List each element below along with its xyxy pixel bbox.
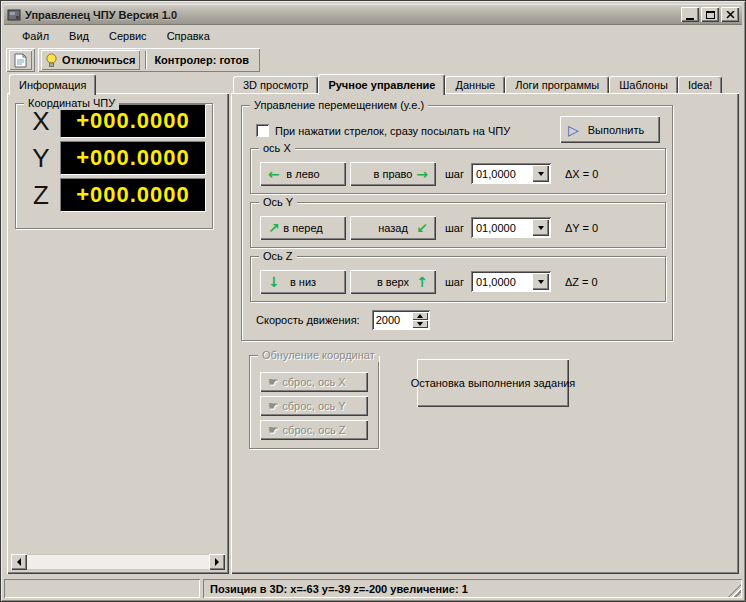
left-tab-strip: Информация: [9, 74, 96, 95]
move-forward-label: в перед: [283, 222, 322, 234]
status-cell-left: [4, 579, 200, 598]
axis-y-label: Y: [22, 143, 60, 174]
step-x-value: 01,0000: [476, 168, 516, 180]
speed-row: Скорость движения: 2000: [256, 310, 430, 330]
reset-axis-z-button: ☛ сброс, ось Z: [260, 420, 368, 440]
right-tab-strip: 3D просмотр Ручное управление Данные Лог…: [233, 74, 722, 95]
step-x-combo[interactable]: 01,0000: [471, 163, 551, 184]
axis-x-label: X: [22, 106, 60, 137]
speed-up-button[interactable]: [412, 312, 428, 320]
zero-group-title: Обнуление координат: [258, 349, 379, 362]
chevron-down-icon: [538, 280, 544, 284]
disconnect-button[interactable]: Отключиться: [41, 50, 140, 70]
step-z-combo[interactable]: 01,0000: [471, 271, 551, 292]
toolbar-section-file: [6, 48, 35, 72]
coordinate-row-y: Y +000.0000: [22, 141, 206, 175]
reset-axis-y-button: ☛ сброс, ось Y: [260, 396, 368, 416]
step-z-dropdown-button[interactable]: [532, 273, 549, 290]
main-area: Информация Координаты ЧПУ X +000.0000 Y …: [4, 74, 742, 574]
speed-value: 2000: [376, 314, 400, 326]
move-left-label: в лево: [286, 168, 319, 180]
menu-item-view[interactable]: Вид: [59, 28, 99, 44]
minimize-button[interactable]: [681, 7, 699, 22]
menu-item-service[interactable]: Сервис: [99, 28, 157, 44]
chevron-down-icon: [417, 322, 423, 326]
controller-status: Контролер: готов: [152, 54, 257, 66]
play-icon: ▷: [568, 123, 579, 137]
manual-control-panel: Управление перемещением (у.е.) При нажат…: [231, 93, 739, 574]
scroll-left-button[interactable]: [11, 554, 27, 570]
menu-bar: Файл Вид Сервис Справка: [4, 26, 742, 46]
delta-y-label: ΔY = 0: [565, 222, 598, 234]
coordinate-display-y: +000.0000: [60, 141, 206, 175]
speed-label: Скорость движения:: [256, 314, 360, 326]
reset-axis-x-label: сброс, ось X: [282, 376, 345, 388]
tab-data[interactable]: Данные: [445, 76, 505, 93]
reset-hand-icon: ☛: [268, 424, 279, 436]
move-back-button[interactable]: назад ↙: [350, 216, 436, 240]
stop-task-button[interactable]: Остановка выполнения задания: [417, 359, 569, 407]
tab-3d-view[interactable]: 3D просмотр: [233, 76, 318, 93]
axis-x-group-title: ось X: [259, 142, 295, 155]
move-left-button[interactable]: ← в лево: [260, 162, 346, 186]
lightbulb-icon: [46, 53, 57, 68]
move-down-button[interactable]: ↓ в низ: [260, 270, 346, 294]
send-immediately-label: При нажатии стрелок, сразу посылать на Ч…: [275, 125, 510, 137]
coordinates-group-title: Координаты ЧПУ: [24, 97, 119, 110]
toolbar-section-connection: Отключиться Контролер: готов: [38, 48, 260, 72]
zero-coordinates-group: Обнуление координат ☛ сброс, ось X ☛ сбр…: [249, 355, 379, 449]
step-z-label: шаг: [445, 276, 464, 288]
tab-idea[interactable]: Idea!: [678, 76, 722, 93]
move-right-label: в право: [374, 168, 413, 180]
step-y-label: шаг: [445, 222, 464, 234]
scroll-right-button[interactable]: [209, 554, 225, 570]
step-y-combo[interactable]: 01,0000: [471, 217, 551, 238]
axis-z-group: Ось Z ↓ в низ в верх ↑ шаг 01,0000 ΔZ = …: [250, 256, 666, 302]
axis-z-group-title: Ось Z: [259, 250, 297, 263]
app-window: Управленец ЧПУ Версия 1.0 Файл Вид Серви…: [0, 0, 746, 602]
reset-axis-z-label: сброс, ось Z: [283, 424, 346, 436]
titlebar[interactable]: Управленец ЧПУ Версия 1.0: [4, 4, 742, 25]
execute-button[interactable]: ▷ Выполнить: [560, 116, 660, 143]
minimize-icon: [686, 18, 694, 20]
new-file-button[interactable]: [9, 50, 32, 70]
step-x-dropdown-button[interactable]: [532, 165, 549, 182]
step-y-dropdown-button[interactable]: [532, 219, 549, 236]
move-forward-button[interactable]: ↗ в перед: [260, 216, 346, 240]
axis-y-group-title: Ось Y: [259, 196, 297, 209]
close-icon: [726, 11, 735, 19]
tab-information[interactable]: Информация: [9, 74, 96, 95]
tab-manual-control[interactable]: Ручное управление: [318, 74, 445, 95]
execute-label: Выполнить: [588, 124, 644, 136]
tab-program-logs[interactable]: Логи программы: [505, 76, 609, 93]
window-title: Управленец ЧПУ Версия 1.0: [25, 9, 679, 21]
step-y-value: 01,0000: [476, 222, 516, 234]
scroll-left-icon: [17, 558, 21, 566]
chevron-down-icon: [538, 226, 544, 230]
toolbar: Отключиться Контролер: готов: [4, 47, 742, 74]
speed-spinner[interactable]: 2000: [372, 310, 430, 330]
information-panel: Координаты ЧПУ X +000.0000 Y +000.0000 Z…: [7, 93, 229, 574]
step-z-value: 01,0000: [476, 276, 516, 288]
menu-item-file[interactable]: Файл: [12, 28, 59, 44]
move-right-button[interactable]: в право →: [350, 162, 436, 186]
up-right-arrow-icon: ↗: [268, 221, 280, 235]
send-immediately-checkbox[interactable]: [256, 124, 269, 137]
move-up-button[interactable]: в верх ↑: [350, 270, 436, 294]
close-button[interactable]: [721, 7, 739, 22]
down-left-arrow-icon: ↙: [416, 221, 428, 235]
tab-templates[interactable]: Шаблоны: [609, 76, 678, 93]
maximize-icon: [706, 11, 715, 19]
speed-down-button[interactable]: [412, 320, 428, 328]
move-back-label: назад: [378, 222, 408, 234]
scrollbar-track[interactable]: [27, 554, 209, 570]
up-arrow-icon: ↑: [416, 275, 428, 289]
maximize-button[interactable]: [701, 7, 719, 22]
menu-item-help[interactable]: Справка: [157, 28, 220, 44]
reset-axis-y-label: сброс, ось Y: [282, 400, 345, 412]
document-icon: [14, 53, 27, 68]
status-bar: Позиция в 3D: x=-63 y=-39 z=-200 увеличе…: [4, 576, 742, 598]
down-arrow-icon: ↓: [268, 275, 280, 289]
reset-axis-x-button: ☛ сброс, ось X: [260, 372, 368, 392]
stop-task-label: Остановка выполнения задания: [411, 376, 576, 390]
